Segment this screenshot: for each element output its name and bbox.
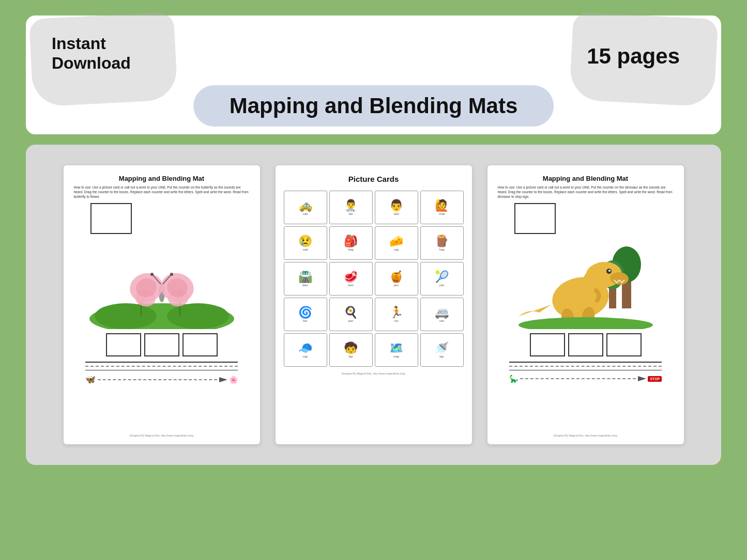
cell-image: 🎒 xyxy=(344,236,358,247)
svg-point-2 xyxy=(167,303,229,329)
list-item: 😢 sad xyxy=(284,226,327,260)
dino-writing-lines xyxy=(509,362,662,370)
list-item: 🚕 cab xyxy=(284,191,327,224)
dino-start-icon: 🦕 xyxy=(509,375,518,383)
writing-box-2 xyxy=(144,333,179,356)
cell-label: lap xyxy=(348,355,353,358)
dinosaur-mat-card: Mapping and Blending Mat How to use: Use… xyxy=(487,165,684,444)
main-title: Mapping and Blending Mats xyxy=(230,94,518,118)
list-item: 🎒 bag xyxy=(329,226,373,260)
dinosaur-card-instructions: How to use: Use a picture card or call o… xyxy=(496,185,676,199)
list-item: 🧢 cap xyxy=(284,333,327,367)
cell-label: ham xyxy=(348,284,354,287)
cell-label: jam xyxy=(394,284,399,287)
cell-label: hag xyxy=(439,248,444,251)
list-item: 🪵 hag xyxy=(420,226,464,260)
cell-label: lab xyxy=(348,212,353,215)
cell-image: 🗺️ xyxy=(389,343,403,354)
list-item: 🧀 rag xyxy=(375,226,418,260)
butterfly-card-instructions: How to use: Use a picture card or call o… xyxy=(72,185,252,199)
list-item: 🙋 mad xyxy=(420,191,464,224)
svg-point-17 xyxy=(170,273,173,276)
cell-label: dam xyxy=(302,284,309,287)
instant-download-label: Instant Download xyxy=(52,34,131,73)
preview-area: Mapping and Blending Mat How to use: Use… xyxy=(26,145,721,465)
list-item: 🎾 can xyxy=(420,262,464,295)
arrow-line xyxy=(98,379,218,380)
dino-arrow-head-icon xyxy=(638,376,646,381)
cell-image: 🚐 xyxy=(435,307,449,318)
butterfly-mat-card: Mapping and Blending Mat How to use: Use… xyxy=(64,165,260,444)
title-box: Mapping and Blending Mats xyxy=(193,85,554,127)
cell-label: dad xyxy=(393,212,399,215)
svg-point-31 xyxy=(519,317,653,329)
picture-cards-credit: Designed By Magical Kids, http://www.mag… xyxy=(342,372,406,375)
solid-line-2 xyxy=(85,370,238,371)
cell-image: 🍳 xyxy=(344,307,358,318)
svg-marker-32 xyxy=(638,376,646,381)
dino-arrow-line xyxy=(520,378,636,379)
cell-label: rag xyxy=(394,248,399,251)
flower-end-icon: 🌸 xyxy=(229,376,238,384)
list-item: 🏃 ran xyxy=(375,298,418,331)
dino-writing-box-1 xyxy=(530,333,565,356)
writing-box-3 xyxy=(182,333,218,356)
cell-label: tap xyxy=(439,355,444,358)
list-item: 🍳 pan xyxy=(329,298,373,331)
svg-point-1 xyxy=(95,303,157,329)
cell-label: van xyxy=(439,319,445,322)
cell-image: 🏃 xyxy=(389,307,403,318)
pages-label: 15 pages xyxy=(587,44,680,69)
writing-box-1 xyxy=(106,333,141,356)
cell-label: map xyxy=(393,355,400,358)
cell-label: pan xyxy=(348,319,353,322)
dino-bottom-boxes xyxy=(530,333,642,356)
list-item: 🥩 ham xyxy=(329,262,373,295)
dinosaur-card-title: Mapping and Blending Mat xyxy=(543,175,628,182)
dino-credit: Designed By Magical Kids, http://www.mag… xyxy=(554,434,618,437)
cell-label: sad xyxy=(303,248,308,251)
cell-image: 🚕 xyxy=(298,200,312,211)
svg-marker-18 xyxy=(219,377,227,382)
cell-image: 😢 xyxy=(298,236,312,247)
cell-label: cab xyxy=(303,212,308,215)
dinosaur-scene xyxy=(496,236,676,329)
butterfly-writing-lines xyxy=(85,362,238,370)
dino-arrow-row: 🦕 STOP xyxy=(509,375,662,383)
arrow-head-icon xyxy=(219,377,227,382)
cell-label: bag xyxy=(348,248,353,251)
dino-writing-box-2 xyxy=(568,333,603,356)
list-item: 🧒 lap xyxy=(329,333,373,367)
list-item: 🛣️ dam xyxy=(284,262,327,295)
dashed-line-1 xyxy=(85,366,238,367)
cell-image: 🚿 xyxy=(435,343,449,354)
cell-image: 👨 xyxy=(389,200,403,211)
cell-label: fan xyxy=(303,319,307,322)
butterfly-arrow-row: 🦋 🌸 xyxy=(85,375,238,384)
cell-image: 👨‍⚕️ xyxy=(344,200,358,211)
list-item: 🚿 tap xyxy=(420,333,464,367)
list-item: 👨‍⚕️ lab xyxy=(329,191,373,224)
cell-image: 🌀 xyxy=(298,307,312,318)
dinosaur-svg xyxy=(496,236,676,329)
list-item: 🍯 jam xyxy=(375,262,418,295)
cell-image: 🍯 xyxy=(389,271,403,283)
svg-point-15 xyxy=(150,273,154,276)
butterfly-scene xyxy=(72,236,252,329)
butterfly-svg xyxy=(72,236,252,329)
list-item: 🚐 van xyxy=(420,298,464,331)
cell-label: mad xyxy=(439,212,445,215)
svg-point-27 xyxy=(608,270,611,272)
main-container: Instant Download 15 pages Mapping and Bl… xyxy=(16,15,731,545)
cell-label: ran xyxy=(394,319,399,322)
cell-image: 🧒 xyxy=(344,343,358,354)
cell-image: 🥩 xyxy=(344,271,358,283)
dino-solid-line-2 xyxy=(509,370,662,371)
list-item: 🌀 fan xyxy=(284,298,327,331)
cell-image: 🙋 xyxy=(435,200,449,211)
picture-grid: 🚕 cab 👨‍⚕️ lab 👨 dad 🙋 mad 😢 xyxy=(284,191,464,367)
cell-image: 🎾 xyxy=(435,271,449,283)
butterfly-start-icon: 🦋 xyxy=(85,375,96,384)
dino-solid-line-1 xyxy=(509,362,662,363)
butterfly-credit: Designed By Magical Kids, http://www.mag… xyxy=(130,434,194,437)
